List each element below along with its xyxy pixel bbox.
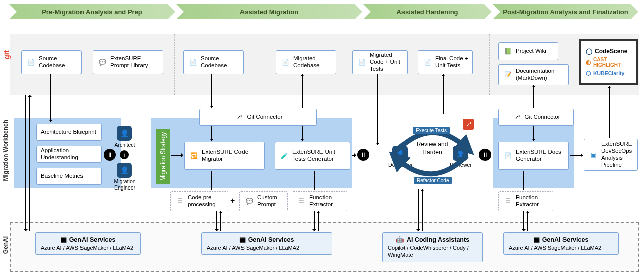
code-preprocessing: ☰ Code pre-processing [170, 191, 228, 211]
pr-icon: ⎇ [463, 119, 474, 130]
architect-label: Architect [110, 142, 140, 148]
migration-strategy: Migration Strategy [156, 129, 170, 184]
arrow [216, 211, 217, 231]
file-icon: 📄 [26, 57, 36, 67]
arrow [211, 126, 212, 141]
phase-premigration: Pre-Migration Analysis and Prep [9, 4, 175, 19]
plus-icon: + [230, 196, 235, 205]
function-extractor-2: ☰ Function Extractor [498, 191, 553, 211]
architecture-blueprint: Architecture Blueprint [36, 124, 102, 141]
arrow [352, 155, 356, 156]
arrow [523, 171, 524, 190]
docusaurus-icon: 📗 [503, 46, 513, 56]
execute-tests-label: Execute Tests [413, 127, 450, 134]
genai-services-1: ▦GenAI Services Azure AI / AWS SageMaker… [35, 232, 141, 255]
arrow [314, 211, 315, 231]
tool-cast-highlight: ◐CAST HIGHLIGHT [586, 57, 631, 68]
phase-assisted-hardening: Assisted Hardening [363, 4, 492, 19]
genai-label: GenAI [2, 236, 9, 254]
git-connector-2: ⎇ Git Connector [498, 109, 574, 126]
function-extractor-1: ☰ Function Extractor [292, 191, 347, 211]
devsecops-pipeline: ▣ ExtenSURE DevSecOps Analysis Pipeline [584, 139, 638, 171]
tests-icon: 🧪 [279, 151, 289, 161]
phase-postmigration: Post-Migration Analysis and Finalization [493, 4, 638, 19]
arrow [302, 126, 303, 141]
extensure-docs-generator: 📄 ExtenSURE Docs Generator [498, 142, 569, 170]
migration-engineer-icon: 👤 [117, 163, 132, 178]
arrow [211, 171, 212, 190]
migration-engineer-label: Migration Engineer [110, 179, 140, 191]
merge-node-3: ⏸ [479, 149, 491, 161]
documentation-markdown: 📝 Documentation (MarkDown) [498, 64, 569, 85]
arrow [443, 74, 444, 114]
arrow [171, 155, 183, 156]
migrate-icon: 🔁 [189, 151, 199, 161]
migration-workbench-label: Migration Workbench [2, 120, 9, 181]
arrow [609, 86, 610, 138]
markdown-icon: 📝 [503, 70, 513, 80]
arrow [523, 211, 524, 231]
tool-codescene: ◯CodeScene [586, 48, 631, 55]
arrow [302, 74, 303, 108]
genai-services-2: ▦GenAI Services Azure AI / AWS SageMaker… [201, 232, 332, 255]
merge-node-1: ⏸ [104, 149, 116, 161]
list-icon: ☰ [503, 196, 513, 206]
arrow [318, 211, 319, 231]
file-icon: 📄 [188, 57, 198, 67]
phase-assisted-migration: Assisted Migration [176, 4, 362, 19]
project-wiki: 📗 Project Wiki [498, 42, 558, 60]
arrow [422, 189, 423, 231]
analysis-tools-frame: ◯CodeScene ◐CAST HIGHLIGHT ⬡KUBEClarity [579, 39, 638, 85]
chip-icon: ▦ [534, 236, 540, 243]
git-connector-1: ⎇ Git Connector [199, 109, 317, 126]
arrow [25, 95, 26, 231]
chip-icon: ▦ [61, 236, 67, 243]
source-codebase-1: 📄 Source Codebase [21, 50, 82, 74]
application-understanding: Application Understanding [36, 146, 102, 163]
robot-icon: 🤖 [396, 236, 404, 243]
genai-services-3: ▦GenAI Services Azure AI / AWS SageMaker… [503, 232, 619, 255]
architect-icon: 👤 [117, 126, 132, 141]
phase-divider [174, 34, 175, 95]
custom-prompt: 💬 Custom Prompt [239, 191, 288, 211]
document-icon: 📄 [503, 151, 513, 161]
arrow [377, 74, 378, 145]
arrow [29, 95, 30, 231]
plus-icon-people: + [120, 150, 129, 159]
refactor-code-label: Refactor Code [414, 177, 452, 184]
extensure-code-migrator: 🔁 ExtenSURE Code Migrator [184, 142, 265, 170]
git-branch-icon: ⎇ [512, 112, 522, 122]
pipeline-icon: ▣ [588, 150, 598, 160]
final-code-unit-tests: 📄 Final Code + Unit Tests [418, 50, 473, 74]
baseline-metrics: Baseline Metrics [36, 168, 102, 185]
arrow [211, 74, 212, 108]
arrow [314, 171, 315, 190]
extensure-prompt-library: 💬 ExtenSURE Prompt Library [93, 50, 163, 74]
list-icon: ☰ [175, 196, 185, 206]
file-icon: 📄 [280, 57, 290, 67]
list-icon: ☰ [296, 196, 306, 206]
chat-icon: 💬 [244, 196, 254, 206]
merge-node-2: ⏸ [357, 149, 369, 161]
file-icon: 📄 [357, 57, 367, 67]
extensure-unit-tests-generator: 🧪 ExtenSURE Unit Tests Generator [275, 142, 350, 170]
git-branch-icon: ⎇ [234, 112, 244, 122]
file-icon: 📄 [422, 57, 432, 67]
phase-divider [489, 34, 490, 95]
chat-icon: 💬 [97, 57, 107, 67]
arrow [533, 85, 534, 108]
arrow [533, 126, 534, 141]
migrated-codebase: 📄 Migrated Codebase [276, 50, 336, 74]
arrow [527, 211, 528, 231]
tool-kubeclarity: ⬡KUBEClarity [586, 70, 631, 77]
ai-coding-assistants: 🤖AI Coding Assistants Copilot / CodeWhis… [382, 232, 483, 262]
chip-icon: ▦ [239, 236, 246, 243]
arrow [570, 155, 583, 156]
source-codebase-2: 📄 Source Codebase [183, 50, 244, 74]
git-label: git [2, 50, 11, 59]
arrow [418, 189, 419, 231]
arrow [50, 74, 51, 122]
migrated-code-unit-tests: 📄 Migrated Code + Unit Tests [352, 50, 408, 74]
arrow [220, 211, 221, 231]
